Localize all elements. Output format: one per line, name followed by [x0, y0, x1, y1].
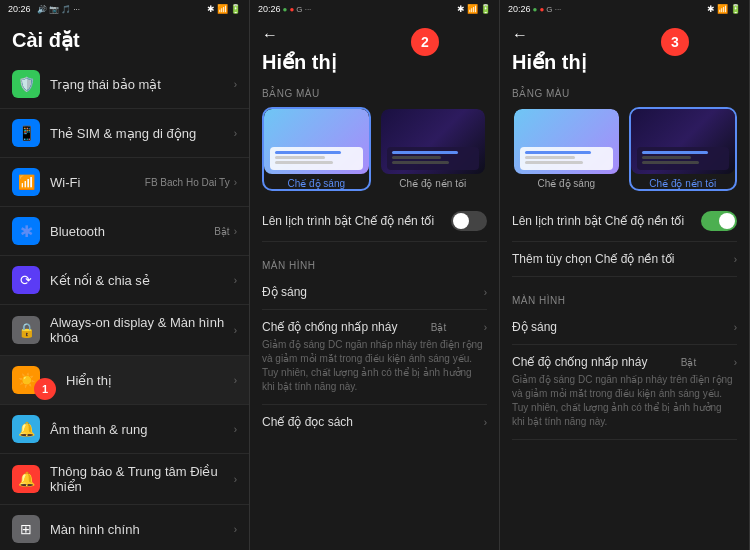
sound-text: Âm thanh & rung	[50, 422, 234, 437]
notifications-icon-wrapper: 🔔	[12, 465, 50, 493]
bt-icon-2: ✱	[457, 4, 465, 14]
scheme-light-2[interactable]: Chế độ sáng	[262, 107, 371, 191]
display-arrow: ›	[234, 375, 237, 386]
status-g-label-3: G ···	[546, 5, 561, 14]
anti-flicker-badge-2: Bật	[431, 322, 446, 333]
bluetooth-badge: Bật	[214, 226, 229, 237]
settings-item-connections[interactable]: ⟳ Kết nối & chia sẻ ›	[0, 256, 249, 305]
preview-line-l1	[525, 151, 591, 154]
preview-line-d2	[392, 156, 442, 159]
connections-icon-wrapper: ⟳	[12, 266, 50, 294]
aod-icon: 🔒	[12, 316, 40, 344]
settings-title: Cài đặt	[12, 24, 237, 56]
brightness-arrow-3: ›	[734, 322, 737, 333]
reading-row-2[interactable]: Chế độ đọc sách ›	[262, 405, 487, 439]
dark-preview-card-3	[637, 147, 730, 170]
security-icon: 🛡️	[12, 70, 40, 98]
notifications-arrow: ›	[234, 474, 237, 485]
battery-icon-2: 🔋	[480, 4, 491, 14]
schedule-toggle-label-2: Lên lịch trình bật Chế độ nền tối	[262, 214, 451, 228]
anti-flicker-row-3[interactable]: Chế độ chống nhấp nháy Bật › Giảm độ sán…	[512, 345, 737, 440]
dark-preview-3	[631, 109, 736, 174]
dark-label-2: Chế độ nền tối	[381, 178, 486, 189]
anti-flicker-badge-3: Bật	[681, 357, 696, 368]
notifications-icon: 🔔	[12, 465, 40, 493]
connections-text: Kết nối & chia sẻ	[50, 273, 234, 288]
preview-line-d3-3	[642, 161, 700, 164]
display-header-3: ← Hiển thị	[500, 18, 749, 82]
light-label-2: Chế độ sáng	[264, 178, 369, 189]
panel3-badge: 3	[661, 28, 689, 56]
display-header-2: ← Hiển thị	[250, 18, 499, 82]
dark-preview-2	[381, 109, 486, 174]
settings-item-wifi[interactable]: 📶 Wi-Fi FB Bach Ho Dai Ty ›	[0, 158, 249, 207]
status-dot-red-3: ●	[539, 5, 544, 14]
settings-item-homescreen[interactable]: ⊞ Màn hình chính ›	[0, 505, 249, 550]
anti-flicker-desc-3: Giảm độ sáng DC ngăn nhấp nháy trên điện…	[512, 373, 737, 429]
anti-flicker-desc-2: Giảm độ sáng DC ngăn nhấp nháy trên điện…	[262, 338, 487, 394]
anti-flicker-label-2: Chế độ chống nhấp nháy	[262, 320, 397, 334]
anti-flicker-arrow-2: ›	[484, 322, 487, 333]
reading-label-2: Chế độ đọc sách	[262, 415, 353, 429]
scheme-dark-2[interactable]: Chế độ nền tối	[379, 107, 488, 191]
settings-list: 🛡️ Trạng thái bảo mật › 📱 Thẻ SIM & mạng…	[0, 60, 249, 550]
settings-item-bluetooth[interactable]: ✱ Bluetooth Bật ›	[0, 207, 249, 256]
status-dot-green: ●	[283, 5, 288, 14]
sound-icon-wrapper: 🔔	[12, 415, 50, 443]
settings-item-sim[interactable]: 📱 Thẻ SIM & mạng di động ›	[0, 109, 249, 158]
homescreen-icon: ⊞	[12, 515, 40, 543]
homescreen-icon-wrapper: ⊞	[12, 515, 50, 543]
aod-icon-wrapper: 🔒	[12, 316, 50, 344]
scheme-light-3[interactable]: Chế độ sáng	[512, 107, 621, 191]
homescreen-arrow: ›	[234, 524, 237, 535]
preview-line-d1	[392, 151, 458, 154]
bluetooth-arrow: ›	[234, 226, 237, 237]
brightness-row-3[interactable]: Độ sáng ›	[512, 310, 737, 345]
panel-settings: 20:26 🔊 📷 🎵 ··· ✱ 📶 🔋 Cài đặt 🛡️ Trạng t…	[0, 0, 250, 550]
preview-line-l2	[525, 156, 575, 159]
status-right-3: ✱ 📶 🔋	[707, 4, 741, 14]
brightness-row-2[interactable]: Độ sáng ›	[262, 275, 487, 310]
wifi-arrow: ›	[234, 177, 237, 188]
anti-flicker-arrow-3: ›	[734, 357, 737, 368]
display-icon-wrapper: ☀️ 1	[12, 366, 50, 394]
wifi-icon-1: 📶	[217, 4, 228, 14]
schedule-toggle-3[interactable]	[701, 211, 737, 231]
color-scheme-options-2: Chế độ sáng Chế độ nền tối	[262, 107, 487, 191]
display-label: Hiển thị	[66, 373, 234, 388]
battery-icon-1: 🔋	[230, 4, 241, 14]
add-custom-row-3[interactable]: Thêm tùy chọn Chế độ nền tối ›	[512, 242, 737, 277]
display-content-2: BẢNG MÀU Chế độ sáng	[250, 82, 499, 550]
back-button-3[interactable]: ←	[512, 24, 737, 46]
settings-item-notifications[interactable]: 🔔 Thông báo & Trung tâm Điều khiển ›	[0, 454, 249, 505]
bt-icon-3: ✱	[707, 4, 715, 14]
reading-arrow-2: ›	[484, 417, 487, 428]
settings-item-aod[interactable]: 🔒 Always-on display & Màn hình khóa ›	[0, 305, 249, 356]
preview-line-l3	[525, 161, 583, 164]
color-scheme-options-3: Chế độ sáng Chế độ nền tối	[512, 107, 737, 191]
light-label-3: Chế độ sáng	[514, 178, 619, 189]
back-button-2[interactable]: ←	[262, 24, 487, 46]
scheme-dark-3[interactable]: Chế độ nền tối	[629, 107, 738, 191]
settings-item-sound[interactable]: 🔔 Âm thanh & rung ›	[0, 405, 249, 454]
homescreen-label: Màn hình chính	[50, 522, 234, 537]
color-scheme-section-3: BẢNG MÀU Chế độ sáng	[512, 82, 737, 277]
bluetooth-setting-icon: ✱	[12, 217, 40, 245]
preview-line-d1-3	[642, 151, 708, 154]
sound-label: Âm thanh & rung	[50, 422, 234, 437]
settings-item-display[interactable]: ☀️ 1 Hiển thị ›	[0, 356, 249, 405]
brightness-label-2: Độ sáng	[262, 285, 307, 299]
status-time-2: 20:26	[258, 4, 281, 14]
wifi-icon-2: 📶	[467, 4, 478, 14]
display-content-3: BẢNG MÀU Chế độ sáng	[500, 82, 749, 550]
schedule-toggle-2[interactable]	[451, 211, 487, 231]
security-arrow: ›	[234, 79, 237, 90]
settings-item-security[interactable]: 🛡️ Trạng thái bảo mật ›	[0, 60, 249, 109]
anti-flicker-row-2[interactable]: Chế độ chống nhấp nháy Bật › Giảm độ sán…	[262, 310, 487, 405]
aod-arrow: ›	[234, 325, 237, 336]
display-badge: 1	[34, 378, 56, 400]
panel2-badge: 2	[411, 28, 439, 56]
anti-flicker-label-3: Chế độ chống nhấp nháy	[512, 355, 647, 369]
security-icon-wrapper: 🛡️	[12, 70, 50, 98]
status-time-3: 20:26	[508, 4, 531, 14]
